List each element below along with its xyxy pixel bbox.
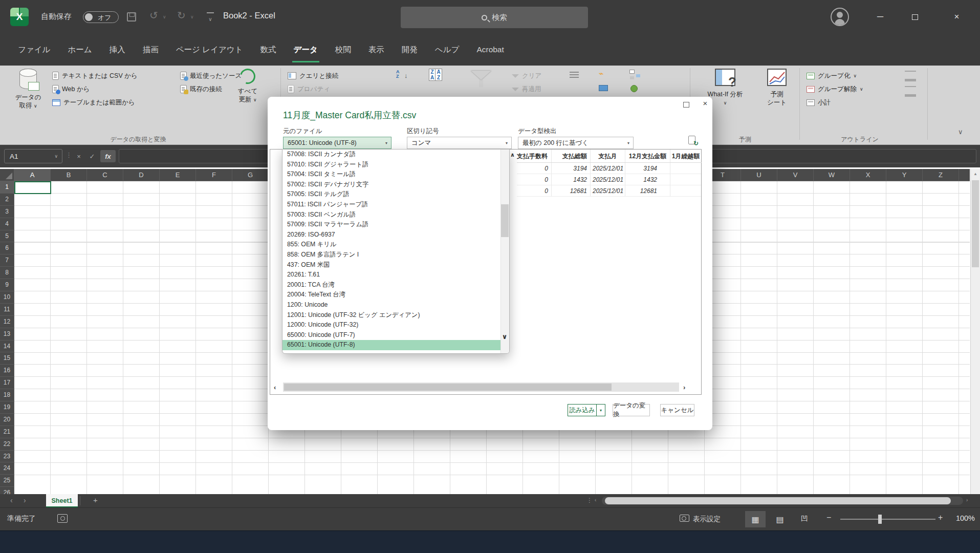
sheet-tab-sheet1[interactable]: Sheet1 [46,494,78,507]
cancel-entry-icon[interactable]: × [73,150,85,162]
normal-view-icon[interactable]: ▦ [745,511,766,527]
row-header-24[interactable]: 24 [0,462,14,475]
column-header-W[interactable]: W [814,169,850,181]
row-header-8[interactable]: 8 [0,267,14,279]
filter-button[interactable] [471,71,491,87]
type-detect-select[interactable]: 最初の 200 行に基づく▾ [518,137,634,149]
column-header-Z[interactable]: Z [923,169,959,181]
data-validation-icon[interactable] [599,85,612,97]
delimiter-select[interactable]: コンマ▾ [407,137,512,149]
user-avatar[interactable] [831,8,849,26]
encoding-option[interactable]: 20001: TCA 台湾 [282,280,509,290]
undo-icon[interactable]: ↺ [149,9,158,22]
load-button[interactable]: 読み込み [568,404,597,416]
insert-function-icon[interactable]: fx [100,150,116,162]
scroll-up-icon[interactable]: ▴ [971,171,980,176]
tab-ホーム[interactable]: ホーム [59,34,100,66]
row-header-22[interactable]: 22 [0,438,14,451]
load-dropdown-button[interactable]: ▾ [596,404,605,416]
autosave-toggle[interactable]: オフ [83,11,119,23]
subtotal-button[interactable]: 小計 [807,96,831,109]
row-header-3[interactable]: 3 [0,206,14,218]
column-header-E[interactable]: E [160,169,196,181]
collapse-preview-icon[interactable]: ∧ [510,152,515,158]
zoom-slider-track[interactable] [840,519,935,520]
row-header-10[interactable]: 10 [0,291,14,304]
relationships-icon[interactable] [629,70,643,82]
macro-record-icon[interactable] [57,514,68,523]
column-header-AA[interactable]: AA [959,169,970,181]
refresh-all-button[interactable]: すべて更新 ∨ [231,69,264,104]
row-header-26[interactable]: 26 [0,487,14,494]
encoding-list-scroll-down-icon[interactable]: ∨ [500,333,509,341]
existing-connections-button[interactable]: 既存の接続 [180,83,222,95]
excel-app-icon[interactable]: X [10,8,29,26]
from-web-button[interactable]: Web から [52,83,90,95]
select-all-corner[interactable] [0,169,14,181]
encoding-option[interactable]: 858: OEM 多言語ラテン I [282,250,509,260]
hscroll-left-icon[interactable]: ‹ [595,497,596,503]
prev-sheet-icon[interactable]: ‹ [10,496,13,504]
row-header-16[interactable]: 16 [0,365,14,377]
preview-scroll-left-icon[interactable]: ‹ [274,384,276,391]
preview-scroll-right-icon[interactable]: › [683,384,685,391]
refresh-preview-icon[interactable] [688,136,695,144]
get-data-button[interactable]: データの取得 ∨ [7,69,49,110]
encoding-option[interactable]: 1200: Unicode [282,300,509,310]
zoom-in-icon[interactable]: + [938,513,943,522]
encoding-option[interactable]: 12001: Unicode (UTF-32 ビッグ エンディアン) [282,310,509,321]
tab-校閲[interactable]: 校閲 [326,34,360,66]
page-layout-view-icon[interactable]: ▤ [770,511,790,527]
encoding-option[interactable]: 65001: Unicode (UTF-8) [282,340,509,350]
group-button[interactable]: グループ化∨ [807,70,857,82]
row-header-18[interactable]: 18 [0,389,14,401]
text-to-columns-icon[interactable] [570,70,583,82]
encoding-option[interactable]: 57011: ISCII パンジャーブ語 [282,200,509,210]
forecast-sheet-button[interactable]: 予測シート [758,69,795,107]
close-button[interactable]: × [933,0,980,34]
encoding-option[interactable]: 57004: ISCII タミール語 [282,169,509,180]
column-header-C[interactable]: C [87,169,123,181]
row-header-20[interactable]: 20 [0,414,14,426]
encoding-option[interactable]: 57002: ISCII デバナガリ文字 [282,180,509,190]
search-input[interactable]: 検索 [401,7,588,28]
display-settings-button[interactable]: 表示設定 [693,515,721,524]
row-header-19[interactable]: 19 [0,401,14,414]
encoding-option[interactable]: 437: OEM 米国 [282,260,509,270]
tab-ページ レイアウト[interactable]: ページ レイアウト [167,34,252,66]
row-header-5[interactable]: 5 [0,230,14,243]
encoding-option[interactable]: 855: OEM キリル [282,240,509,250]
encoding-option[interactable]: 57009: ISCII マラヤーラム語 [282,220,509,230]
dialog-maximize-icon[interactable] [683,102,689,108]
column-header-G[interactable]: G [232,169,269,181]
selected-cell-a1[interactable] [14,181,51,194]
redo-icon[interactable]: ↻ [177,9,186,22]
preview-horizontal-scrollbar-thumb[interactable] [284,384,612,391]
add-sheet-button[interactable]: + [93,496,98,504]
row-header-14[interactable]: 14 [0,341,14,353]
zoom-out-icon[interactable]: − [826,513,831,522]
horizontal-scrollbar-thumb[interactable] [605,497,951,504]
undo-dropdown-icon[interactable]: ∨ [163,14,166,19]
row-header-21[interactable]: 21 [0,426,14,438]
sort-dialog-button[interactable]: ZA AZ [429,69,442,81]
ungroup-button[interactable]: グループ解除∨ [807,83,863,95]
row-header-17[interactable]: 17 [0,377,14,389]
properties-button[interactable]: プロパティ [288,83,330,95]
row-header-4[interactable]: 4 [0,218,14,230]
dialog-close-icon[interactable]: × [700,99,711,110]
hide-detail-icon[interactable] [905,86,916,94]
row-header-2[interactable]: 2 [0,194,14,206]
tab-挿入[interactable]: 挿入 [101,34,134,66]
encoding-option[interactable]: 57003: ISCII ベンガル語 [282,210,509,220]
tab-ヘルプ[interactable]: ヘルプ [426,34,468,66]
name-box[interactable]: A1 ∨ [4,149,62,163]
collapse-ribbon-icon[interactable]: ∨ [958,128,963,136]
tab-データ[interactable]: データ [285,34,326,66]
row-header-6[interactable]: 6 [0,242,14,254]
zoom-slider-thumb[interactable] [878,515,882,524]
clear-filter-button[interactable]: クリア [512,70,541,82]
name-box-dropdown-icon[interactable]: ∨ [54,154,58,159]
row-header-1[interactable]: 1 [0,181,14,194]
encoding-option[interactable]: 20261: T.61 [282,270,509,280]
